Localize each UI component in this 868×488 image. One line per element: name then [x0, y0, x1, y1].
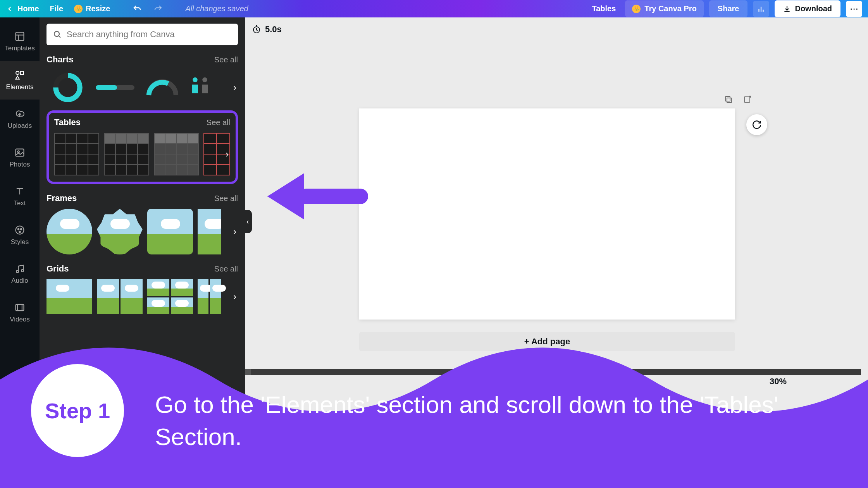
download-label: Download: [795, 4, 832, 13]
grids-title: Grids: [46, 264, 69, 274]
frames-next[interactable]: ›: [229, 226, 240, 237]
grids-header: Grids See all: [46, 264, 238, 274]
frames-row: ›: [46, 209, 238, 254]
grid-partial[interactable]: [198, 279, 221, 314]
home-button[interactable]: Home: [6, 4, 39, 13]
search-box[interactable]: [46, 24, 238, 45]
svg-point-26: [193, 77, 198, 82]
search-input[interactable]: [67, 29, 232, 40]
charts-next[interactable]: ›: [229, 82, 240, 93]
sidebar-styles[interactable]: Styles: [0, 216, 40, 254]
sidebar-elements[interactable]: Elements: [0, 61, 40, 100]
sidebar-photos[interactable]: Photos: [0, 138, 40, 177]
svg-point-20: [54, 31, 59, 36]
try-canva-pro-button[interactable]: 👑 Try Canva Pro: [625, 0, 704, 17]
insights-button[interactable]: [753, 1, 769, 17]
svg-marker-8: [16, 76, 19, 79]
charts-seeall[interactable]: See all: [214, 55, 238, 64]
sidebar-label: Elements: [6, 83, 34, 91]
charts-header: Charts See all: [46, 55, 238, 65]
tables-section-highlight: Tables See all ›: [46, 110, 238, 184]
more-menu-button[interactable]: ⋯: [846, 1, 862, 17]
document-title[interactable]: Tables: [588, 2, 620, 15]
svg-rect-7: [21, 71, 24, 74]
page-action-icons: [724, 95, 752, 104]
svg-rect-29: [725, 96, 730, 101]
videos-icon: [14, 302, 26, 313]
tables-row: ›: [54, 133, 230, 175]
undo-button[interactable]: [133, 4, 142, 14]
new-page-icon[interactable]: [742, 95, 752, 104]
share-button[interactable]: Share: [709, 0, 748, 17]
sidebar-label: Styles: [11, 238, 29, 246]
redo-button[interactable]: [153, 4, 163, 14]
step-badge: Step 1: [31, 364, 124, 457]
chart-pictogram[interactable]: [188, 70, 212, 105]
grid-2[interactable]: [97, 279, 143, 314]
svg-point-6: [16, 71, 19, 74]
table-template-striped[interactable]: [154, 133, 199, 175]
annotation-arrow: [267, 168, 372, 224]
save-status: All changes saved: [185, 4, 248, 13]
chart-progress-bar[interactable]: [94, 70, 136, 105]
sidebar-templates[interactable]: Templates: [0, 22, 40, 61]
text-icon: [14, 186, 26, 197]
duration-display[interactable]: 5.0s: [252, 24, 282, 34]
svg-point-13: [21, 229, 22, 230]
svg-rect-3: [16, 33, 24, 41]
frame-flower[interactable]: [97, 209, 143, 254]
duration-text: 5.0s: [265, 24, 282, 34]
crown-icon: 👑: [632, 5, 641, 13]
sidebar-audio[interactable]: Audio: [0, 254, 40, 293]
download-button[interactable]: Download: [775, 0, 840, 17]
frame-square[interactable]: [147, 209, 193, 254]
sidebar-uploads[interactable]: Uploads: [0, 100, 40, 138]
sidebar-label: Templates: [5, 45, 34, 52]
audio-icon: [14, 263, 26, 275]
search-icon: [53, 30, 62, 39]
chart-donut[interactable]: [46, 70, 89, 105]
svg-rect-30: [727, 98, 732, 103]
grids-seeall[interactable]: See all: [214, 265, 238, 273]
templates-icon: [14, 31, 26, 42]
try-pro-label: Try Canva Pro: [644, 4, 697, 13]
topbar-right: Tables 👑 Try Canva Pro Share Download ⋯: [588, 0, 862, 17]
svg-point-15: [16, 270, 19, 273]
chart-gauge[interactable]: [141, 70, 184, 105]
file-label: File: [50, 4, 63, 13]
file-menu[interactable]: File: [50, 4, 63, 13]
frames-seeall[interactable]: See all: [214, 194, 238, 203]
step-label: Step 1: [45, 398, 110, 423]
svg-rect-31: [744, 97, 750, 102]
table-template-header[interactable]: [104, 133, 149, 175]
resize-label: Resize: [86, 4, 110, 13]
canvas-page[interactable]: [359, 108, 735, 320]
charts-title: Charts: [46, 55, 74, 65]
svg-point-16: [21, 270, 24, 272]
topbar-left: Home File 👑 Resize All changes saved: [6, 4, 248, 14]
refresh-button[interactable]: [746, 114, 767, 135]
grids-next[interactable]: ›: [229, 291, 240, 302]
doc-title-text: Tables: [592, 4, 616, 13]
svg-point-14: [19, 231, 21, 233]
clock-icon: [252, 25, 261, 34]
sidebar-videos[interactable]: Videos: [0, 293, 40, 332]
frame-circle[interactable]: [46, 209, 92, 254]
duplicate-page-icon[interactable]: [724, 95, 733, 104]
sidebar-label: Audio: [11, 277, 28, 285]
svg-rect-25: [96, 85, 117, 90]
tables-seeall[interactable]: See all: [207, 118, 230, 127]
frame-partial[interactable]: [198, 209, 221, 254]
table-template-plain[interactable]: [54, 133, 99, 175]
tables-header: Tables See all: [54, 117, 230, 127]
resize-button[interactable]: 👑 Resize: [74, 4, 110, 13]
svg-rect-17: [16, 304, 24, 311]
svg-marker-34: [267, 176, 304, 217]
grid-1[interactable]: [46, 279, 92, 314]
sidebar-label: Text: [14, 199, 26, 207]
svg-point-27: [202, 77, 207, 82]
sidebar-text[interactable]: Text: [0, 177, 40, 216]
panel-collapse-handle[interactable]: ‹: [243, 210, 252, 233]
grid-4[interactable]: [147, 279, 193, 314]
tables-next[interactable]: ›: [222, 149, 232, 160]
